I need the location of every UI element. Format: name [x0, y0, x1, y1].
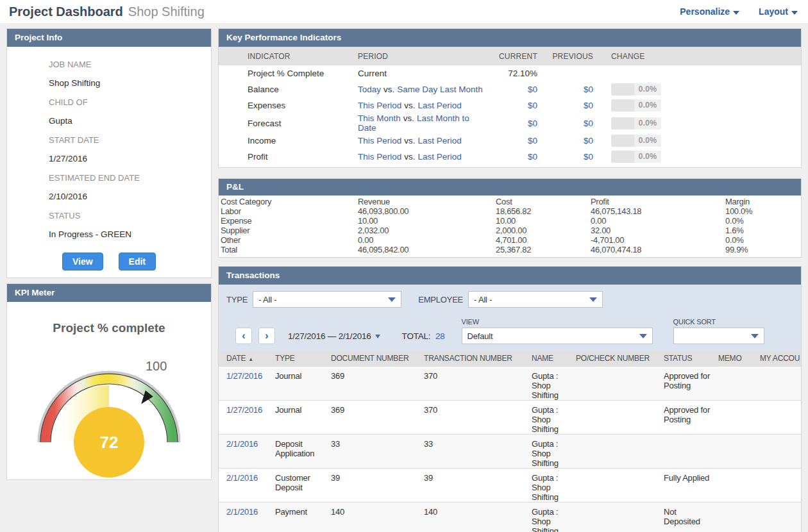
pnl-cell: Total — [219, 245, 356, 254]
tx-col-document-number[interactable]: DOCUMENT NUMBER — [331, 351, 424, 366]
kpi-previous-link[interactable]: $0 — [584, 85, 593, 94]
tx-doc-number: 369 — [331, 366, 424, 400]
field-label-start-date: START DATE — [49, 135, 211, 145]
change-bar — [611, 83, 634, 96]
period-link[interactable]: This Period — [358, 101, 401, 110]
period-link[interactable]: Last Period — [418, 152, 462, 162]
quick-sort-group: QUICK SORT — [673, 318, 764, 344]
tx-memo — [718, 400, 760, 434]
view-value: Default — [467, 331, 635, 341]
change-value: 0.0% — [639, 136, 657, 145]
chevron-down-icon — [791, 11, 798, 15]
period-link[interactable]: This Month — [358, 113, 401, 123]
pnl-cell: 2,000.00 — [494, 226, 589, 235]
pnl-col-profit: Profit — [589, 197, 723, 206]
prev-period-button[interactable]: ‹ — [235, 328, 252, 344]
transaction-row: 2/1/2016 Customer Deposit 39 39 Gupta : … — [219, 468, 801, 502]
tx-po-check — [576, 400, 664, 434]
kpi-indicator: Income — [219, 133, 358, 149]
tx-name: Gupta : Shop Shifting — [532, 366, 576, 400]
pnl-row: Total46,095,842.0025,367.8246,070,474.18… — [219, 245, 801, 254]
view-button[interactable]: View — [62, 253, 103, 270]
tx-date-link[interactable]: 1/27/2016 — [226, 371, 262, 381]
chevron-right-icon: › — [265, 330, 268, 341]
kpi-current-link[interactable]: $0 — [528, 152, 537, 162]
tx-account — [760, 400, 801, 434]
pnl-cell: -4,701.00 — [589, 235, 723, 245]
pnl-row: Expense10.0010.000.000.0% — [219, 216, 801, 226]
kpi-previous-link[interactable]: $0 — [584, 152, 593, 162]
chevron-down-icon — [751, 334, 759, 338]
dashboard-grid: Project Info JOB NAME Shop Shifting CHIL… — [0, 23, 808, 532]
chevron-left-icon: ‹ — [242, 330, 245, 341]
view-dropdown[interactable]: Default — [462, 328, 653, 344]
kpi-previous-link[interactable]: $0 — [584, 119, 593, 128]
tx-col-memo[interactable]: MEMO — [718, 351, 760, 366]
tx-date-link[interactable]: 2/1/2016 — [226, 507, 258, 517]
tx-col-po-check-number[interactable]: PO/CHECK NUMBER — [576, 351, 664, 366]
kpi-col-current: CURRENT — [489, 47, 537, 65]
pnl-cell: 4,701.00 — [494, 235, 589, 245]
pnl-cell: 46,075,143.18 — [589, 206, 723, 216]
tx-status: Not Deposited — [664, 502, 718, 532]
kpi-row: Profit This Periodvs.Last Period $0 $0 0… — [219, 149, 801, 165]
tx-date-link[interactable]: 2/1/2016 — [226, 473, 258, 483]
pnl-cell: 99.9% — [723, 245, 801, 254]
edit-button[interactable]: Edit — [119, 253, 156, 270]
field-value-job-name: Shop Shifting — [49, 78, 211, 88]
view-select-group: VIEW Default — [462, 318, 653, 344]
employee-filter-dropdown[interactable]: - All - — [468, 291, 603, 308]
date-range-selector[interactable]: 1/27/2016 — 2/1/2016 — [288, 331, 380, 341]
period-link[interactable]: This Period — [358, 136, 401, 145]
pnl-cell: 0.0% — [723, 216, 801, 226]
next-period-button[interactable]: › — [258, 328, 275, 344]
kpi-current-link[interactable]: $0 — [528, 101, 537, 110]
tx-name: Gupta : Shop Shifting — [532, 468, 576, 502]
kpi-current-link[interactable]: $0 — [528, 119, 537, 128]
transactions-table: DATE▲ TYPE DOCUMENT NUMBER TRANSACTION N… — [219, 351, 801, 532]
tx-type: Journal — [275, 366, 331, 400]
tx-type: Journal — [275, 400, 331, 434]
pnl-row: Labor46,093,800.0018,656.8246,075,143.18… — [219, 206, 801, 216]
period-link[interactable]: Same Day Last Month — [397, 85, 483, 94]
period-link[interactable]: Last Period — [418, 101, 462, 110]
pnl-row: Other0.004,701.00-4,701.000.0% — [219, 235, 801, 245]
pnl-col-revenue: Revenue — [356, 197, 494, 206]
project-info-panel: Project Info JOB NAME Shop Shifting CHIL… — [6, 28, 212, 278]
kpi-current-link[interactable]: $0 — [528, 85, 537, 94]
layout-menu[interactable]: Layout — [759, 6, 798, 17]
tx-col-name[interactable]: NAME — [532, 351, 576, 366]
tx-status: Fully Applied — [664, 468, 718, 502]
kpi-col-change: CHANGE — [593, 47, 664, 65]
page-title: Project Dashboard — [9, 4, 123, 19]
tx-col-status[interactable]: STATUS — [664, 351, 718, 366]
type-filter-dropdown[interactable]: - All - — [253, 291, 401, 308]
chevron-down-icon — [639, 334, 647, 338]
transactions-filters: TYPE - All - EMPLOYEE - All - ‹ › 1 — [219, 285, 801, 351]
tx-col-type[interactable]: TYPE — [275, 351, 331, 366]
tx-col-transaction-number[interactable]: TRANSACTION NUMBER — [424, 351, 532, 366]
pnl-cell: 0.00 — [589, 216, 723, 226]
tx-date-link[interactable]: 2/1/2016 — [226, 439, 258, 449]
kpi-current-link[interactable]: $0 — [528, 136, 537, 145]
kpi-meter-panel: KPI Meter Project % complete — [6, 283, 212, 480]
pnl-cell: 46,070,474.18 — [589, 245, 723, 254]
kpi-row: Expenses This Periodvs.Last Period $0 $0… — [219, 97, 801, 113]
type-filter-value: - All - — [258, 295, 384, 304]
period-link[interactable]: This Period — [358, 152, 401, 162]
pnl-cell: 32.00 — [589, 226, 723, 235]
tx-col-my-account[interactable]: MY ACCOU — [760, 351, 801, 366]
period-link[interactable]: Today — [358, 85, 381, 94]
total-value-link[interactable]: 28 — [435, 331, 445, 341]
pnl-cell: Other — [219, 235, 356, 245]
tx-col-date[interactable]: DATE▲ — [219, 351, 275, 366]
period-link[interactable]: Last Period — [418, 136, 462, 145]
pnl-col-cost: Cost — [494, 197, 589, 206]
kpi-previous-link[interactable]: $0 — [584, 136, 593, 145]
pnl-cell: 10.00 — [494, 216, 589, 226]
kpi-meter-header: KPI Meter — [7, 284, 211, 302]
quick-sort-dropdown[interactable] — [673, 328, 764, 344]
kpi-previous-link[interactable]: $0 — [584, 101, 593, 110]
personalize-menu[interactable]: Personalize — [680, 6, 739, 17]
tx-date-link[interactable]: 1/27/2016 — [226, 405, 262, 415]
